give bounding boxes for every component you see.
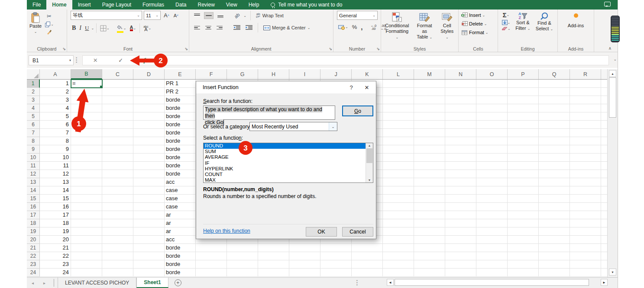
cell-M24[interactable]	[414, 269, 445, 277]
column-header-Q[interactable]: Q	[539, 69, 570, 79]
cell-P3[interactable]	[508, 96, 539, 104]
align-middle-icon[interactable]	[204, 12, 214, 19]
cell-R14[interactable]	[570, 186, 601, 195]
vertical-scroll-thumb[interactable]	[609, 77, 616, 118]
row-header-21[interactable]: 21	[27, 244, 40, 252]
cell-A24[interactable]: 24	[40, 269, 71, 277]
find-select-button[interactable]: Find & Select ⌄	[534, 11, 555, 33]
cell-N15[interactable]	[445, 195, 476, 203]
cell-R16[interactable]	[570, 203, 601, 211]
column-header-A[interactable]: A	[40, 69, 71, 79]
row-header-24[interactable]: 24	[27, 269, 40, 277]
cell-A22[interactable]: 22	[40, 252, 71, 260]
cell-P14[interactable]	[508, 186, 539, 195]
cell-K21[interactable]	[352, 244, 383, 252]
cell-M12[interactable]	[414, 170, 445, 178]
cell-E12[interactable]: borde	[165, 170, 196, 178]
cell-G22[interactable]	[227, 252, 258, 260]
cell-styles-button[interactable]: Cell Styles ⌄	[437, 11, 457, 46]
cell-A11[interactable]: 11	[40, 162, 71, 170]
cell-D22[interactable]	[133, 252, 165, 260]
cell-C21[interactable]	[102, 244, 133, 252]
cell-O18[interactable]	[476, 219, 508, 227]
cell-R8[interactable]	[570, 137, 601, 145]
cell-N3[interactable]	[445, 96, 476, 104]
column-header-G[interactable]: G	[227, 69, 258, 79]
cell-G21[interactable]	[227, 244, 258, 252]
row-header-12[interactable]: 12	[27, 170, 40, 178]
comma-style-icon[interactable]: ,	[359, 23, 364, 31]
cell-N23[interactable]	[445, 260, 476, 269]
format-button[interactable]: Format	[469, 30, 484, 35]
cell-A4[interactable]: 4	[40, 104, 71, 112]
cell-O15[interactable]	[476, 195, 508, 203]
cell-L4[interactable]	[383, 104, 414, 112]
cell-R7[interactable]	[570, 129, 601, 137]
row-header-5[interactable]: 5	[27, 112, 40, 121]
column-header-H[interactable]: H	[258, 69, 289, 79]
tab-view[interactable]: View	[220, 0, 243, 10]
cell-C9[interactable]	[102, 145, 133, 154]
cell-L12[interactable]	[383, 170, 414, 178]
formula-input[interactable]	[160, 55, 609, 65]
cell-D19[interactable]	[133, 227, 165, 236]
name-box[interactable]: B1 ▾	[29, 55, 74, 65]
row-header-15[interactable]: 15	[27, 195, 40, 203]
cell-B1[interactable]: =	[71, 80, 102, 88]
phonetic-guide-icon[interactable]: abcA⌄	[142, 25, 152, 32]
cell-M17[interactable]	[414, 211, 445, 219]
tab-data[interactable]: Data	[170, 0, 192, 10]
cell-D2[interactable]	[133, 88, 165, 96]
cell-N21[interactable]	[445, 244, 476, 252]
cell-L18[interactable]	[383, 219, 414, 227]
cell-D10[interactable]	[133, 154, 165, 162]
cell-M14[interactable]	[414, 186, 445, 195]
accounting-format-icon[interactable]: ⌄	[337, 24, 350, 30]
tab-page-layout[interactable]: Page Layout	[97, 0, 137, 10]
function-item-count[interactable]: COUNT	[204, 172, 373, 177]
cell-B10[interactable]	[71, 154, 102, 162]
cell-E8[interactable]: borde	[165, 137, 196, 145]
cell-L14[interactable]	[383, 186, 414, 195]
cell-L9[interactable]	[383, 145, 414, 154]
cell-E4[interactable]: borde	[165, 104, 196, 112]
cell-C23[interactable]	[102, 260, 133, 269]
cell-B23[interactable]	[71, 260, 102, 269]
cell-A16[interactable]: 16	[40, 203, 71, 211]
cell-C8[interactable]	[102, 137, 133, 145]
side-toolbar-widget[interactable]	[611, 16, 620, 42]
cell-A10[interactable]: 10	[40, 154, 71, 162]
cell-M7[interactable]	[414, 129, 445, 137]
cell-E22[interactable]: borde	[165, 252, 196, 260]
cell-N24[interactable]	[445, 269, 476, 277]
cell-M18[interactable]	[414, 219, 445, 227]
function-listbox[interactable]: ROUNDSUMAVERAGEIFHYPERLINKCOUNTMAX ▲ ▼	[203, 143, 373, 183]
cell-E1[interactable]: PR 1	[165, 80, 196, 88]
row-header-8[interactable]: 8	[27, 137, 40, 145]
cell-N2[interactable]	[445, 88, 476, 96]
cell-I21[interactable]	[289, 244, 320, 252]
cell-Q8[interactable]	[539, 137, 570, 145]
cell-A19[interactable]: 19	[40, 227, 71, 236]
row-header-18[interactable]: 18	[27, 219, 40, 227]
cell-O13[interactable]	[476, 178, 508, 186]
cell-D14[interactable]	[133, 186, 165, 195]
horizontal-scroll-thumb[interactable]	[395, 279, 589, 286]
cell-M20[interactable]	[414, 236, 445, 244]
clear-button[interactable]: ⌄	[500, 26, 512, 31]
cell-N6[interactable]	[445, 121, 476, 129]
cell-P10[interactable]	[508, 154, 539, 162]
cell-A8[interactable]: 8	[40, 137, 71, 145]
cell-D4[interactable]	[133, 104, 165, 112]
alignment-dialog-launcher[interactable]: ⇘	[329, 47, 332, 51]
cell-C1[interactable]	[102, 80, 133, 88]
cell-E13[interactable]: acc	[165, 178, 196, 186]
cell-Q4[interactable]	[539, 104, 570, 112]
format-painter-icon[interactable]	[43, 29, 55, 35]
cell-R22[interactable]	[570, 252, 601, 260]
scroll-left-icon[interactable]: ◄	[387, 279, 394, 286]
cell-D5[interactable]	[133, 112, 165, 121]
cell-O19[interactable]	[476, 227, 508, 236]
orientation-icon[interactable]: ab	[232, 11, 242, 20]
cell-D7[interactable]	[133, 129, 165, 137]
